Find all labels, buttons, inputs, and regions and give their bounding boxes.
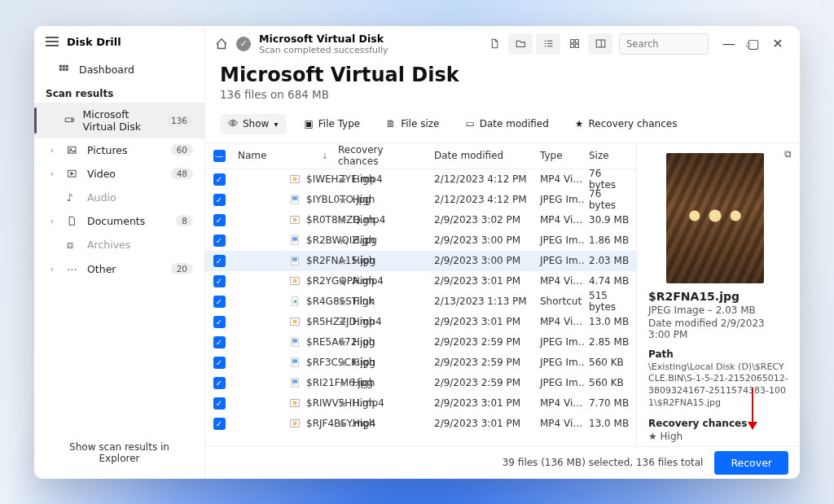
svg-rect-51 xyxy=(292,364,296,365)
popout-icon[interactable]: ⧉ xyxy=(784,148,792,160)
col-type[interactable]: Type xyxy=(535,150,584,161)
svg-point-13 xyxy=(544,43,546,45)
star-icon: ★ xyxy=(338,214,348,226)
date-filter[interactable]: ▭ Date modified xyxy=(457,114,556,134)
table-row[interactable]: ✓$RIWV5HH.mp4★High2/9/2023 3:01 PMMP4 Vi… xyxy=(205,393,636,414)
drive-icon xyxy=(64,115,75,125)
star-icon: ★ xyxy=(338,316,348,328)
table-row[interactable]: ✓$R4G8SST.lnk★High2/13/2023 1:13 PMShort… xyxy=(205,291,636,312)
star-icon: ★ xyxy=(338,194,348,206)
sidebar-item-other[interactable]: ›⋯Other20 xyxy=(34,257,204,281)
sidebar-item-microsoft-virtual-disk[interactable]: Microsoft Virtual Disk136 xyxy=(34,103,204,138)
table-row[interactable]: ✓$RF3C9CK.jpg★High2/9/2023 2:59 PMJPEG I… xyxy=(205,353,636,373)
file-size: 2.85 MB xyxy=(584,336,636,348)
menu-icon[interactable] xyxy=(46,37,59,46)
file-date: 2/9/2023 3:00 PM xyxy=(429,234,535,246)
recovery-chance: High xyxy=(353,336,375,348)
file-type-icon xyxy=(290,295,300,308)
sidebar-item-audio[interactable]: ♪Audio xyxy=(34,186,204,209)
pictures-icon xyxy=(67,145,79,156)
sidebar-item-pictures[interactable]: ›Pictures60 xyxy=(34,138,204,162)
svg-rect-48 xyxy=(292,344,296,344)
row-checkbox[interactable]: ✓ xyxy=(213,336,226,348)
svg-rect-4 xyxy=(63,68,65,70)
preview-pane-icon[interactable] xyxy=(588,33,612,55)
col-size[interactable]: Size xyxy=(584,150,636,161)
row-checkbox[interactable]: ✓ xyxy=(213,214,226,226)
recovery-filter[interactable]: ★ Recovery chances xyxy=(567,114,686,134)
sidebar-item-label: Pictures xyxy=(87,144,128,156)
show-in-explorer-button[interactable]: Show scan results in Explorer xyxy=(44,435,195,471)
row-checkbox[interactable]: ✓ xyxy=(213,194,226,206)
count-badge: 136 xyxy=(165,115,193,126)
file-icon: 🗎 xyxy=(386,118,396,129)
row-checkbox[interactable]: ✓ xyxy=(213,418,226,430)
table-row[interactable]: ✓$R5HZZJD.mp4★High2/9/2023 3:01 PMMP4 Vi… xyxy=(205,312,636,332)
col-name[interactable]: Name↓ xyxy=(233,150,333,161)
show-filter[interactable]: Show ▾ xyxy=(220,114,286,134)
table-row[interactable]: ✓$R0T8MZQ.mp4★High2/9/2023 3:02 PMMP4 Vi… xyxy=(205,210,636,230)
star-icon: ★ xyxy=(338,397,348,410)
close-button[interactable]: ✕ xyxy=(766,33,790,55)
file-type-icon xyxy=(290,274,300,287)
star-icon: ★ xyxy=(338,377,348,389)
row-checkbox[interactable]: ✓ xyxy=(213,173,226,186)
select-all-checkbox[interactable]: — xyxy=(213,150,226,162)
recovery-chance: High xyxy=(353,357,375,368)
table-body[interactable]: ✓$IWEHZYE.mp4★High2/12/2023 4:12 PMMP4 V… xyxy=(205,169,636,446)
table-row[interactable]: ✓$R2BWQIZ.jpg★High2/9/2023 3:00 PMJPEG I… xyxy=(205,230,636,251)
file-type: MP4 Vi… xyxy=(535,214,584,226)
table-row[interactable]: ✓$IWEHZYE.mp4★High2/12/2023 4:12 PMMP4 V… xyxy=(205,169,636,190)
table-row[interactable]: ✓$IYBL0TO.jpg★High2/12/2023 4:12 PMJPEG … xyxy=(205,190,636,210)
file-date: 2/9/2023 2:59 PM xyxy=(429,357,535,368)
grid-view-icon[interactable] xyxy=(562,33,586,55)
row-checkbox[interactable]: ✓ xyxy=(213,255,226,267)
table-row[interactable]: ✓$RE5A672.jpg★High2/9/2023 2:59 PMJPEG I… xyxy=(205,332,636,353)
maximize-button[interactable]: ▢ xyxy=(741,33,766,55)
row-checkbox[interactable]: ✓ xyxy=(213,397,226,410)
folder-icon[interactable] xyxy=(508,33,533,55)
file-type-filter[interactable]: ▣ File Type xyxy=(296,114,368,134)
chevron-icon: › xyxy=(50,146,59,155)
row-checkbox[interactable]: ✓ xyxy=(213,296,226,308)
row-checkbox[interactable]: ✓ xyxy=(213,377,226,389)
other-icon: ⋯ xyxy=(67,263,79,275)
recovery-chance: High xyxy=(353,234,375,246)
recover-button[interactable]: Recover xyxy=(714,451,788,475)
file-type: MP4 Vi… xyxy=(535,397,584,409)
row-checkbox[interactable]: ✓ xyxy=(213,275,226,287)
file-date: 2/9/2023 3:01 PM xyxy=(429,418,535,429)
col-chances[interactable]: Recovery chances xyxy=(333,144,429,167)
svg-rect-3 xyxy=(59,68,62,70)
row-checkbox[interactable]: ✓ xyxy=(213,234,226,247)
nav-dashboard[interactable]: Dashboard xyxy=(34,58,204,81)
table-header: — Name↓ Recovery chances Date modified T… xyxy=(205,143,636,169)
home-icon[interactable] xyxy=(215,37,228,50)
table-row[interactable]: ✓$RI21FM6.jpg★High2/9/2023 2:59 PMJPEG I… xyxy=(205,373,636,393)
minimize-button[interactable]: — xyxy=(717,33,741,55)
file-date: 2/9/2023 2:59 PM xyxy=(429,336,535,348)
file-icon[interactable] xyxy=(482,33,507,55)
file-type-icon xyxy=(290,376,300,389)
search-box[interactable]: ⌕ xyxy=(619,33,709,55)
page-title: Microsoft Virtual Disk xyxy=(220,64,785,86)
star-icon: ★ xyxy=(338,357,348,369)
sidebar-item-documents[interactable]: ›Documents8 xyxy=(34,209,204,233)
page-subtitle: 136 files on 684 MB xyxy=(220,88,785,101)
row-checkbox[interactable]: ✓ xyxy=(213,316,226,328)
file-size-filter[interactable]: 🗎 File size xyxy=(378,114,447,134)
sidebar-item-video[interactable]: ›Video48 xyxy=(34,162,204,186)
file-size: 515 bytes xyxy=(584,290,636,313)
sidebar-item-archives[interactable]: ⧈Archives xyxy=(34,233,204,257)
file-date: 2/9/2023 2:59 PM xyxy=(429,377,535,388)
list-view-icon[interactable] xyxy=(536,33,560,55)
table-row[interactable]: ✓$R2YGQPA.mp4★High2/9/2023 3:01 PMMP4 Vi… xyxy=(205,271,636,291)
recovery-chance: High xyxy=(353,173,375,185)
file-type: MP4 Vi… xyxy=(535,316,584,327)
col-date[interactable]: Date modified xyxy=(429,150,535,161)
table-row[interactable]: ✓$RJF4BSY.mp4★High2/9/2023 3:01 PMMP4 Vi… xyxy=(205,414,636,434)
row-checkbox[interactable]: ✓ xyxy=(213,357,226,369)
count-badge: 20 xyxy=(171,263,193,274)
star-icon: ★ xyxy=(338,173,348,186)
table-row[interactable]: ✓$R2FNA15.jpg★High2/9/2023 3:00 PMJPEG I… xyxy=(205,251,636,271)
